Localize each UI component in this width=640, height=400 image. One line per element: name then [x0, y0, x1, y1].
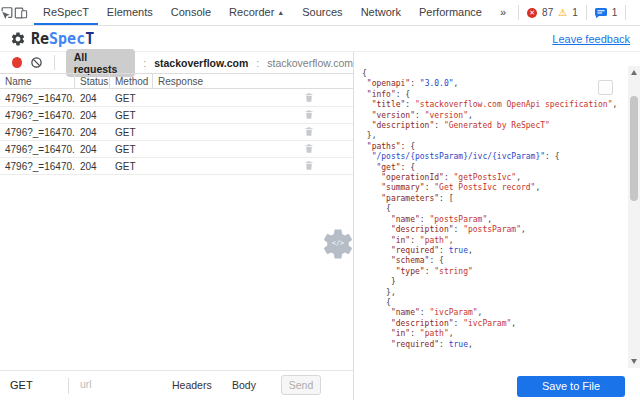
save-to-file-button[interactable]: Save to File	[517, 376, 625, 397]
cell-status: 204	[75, 127, 110, 138]
code-line: {	[362, 298, 626, 308]
column-name[interactable]: Name	[0, 74, 75, 89]
code-line: "description": "Generated by ReSpecT"	[362, 121, 626, 131]
app-title: ReSpecT	[31, 30, 94, 48]
scroll-down-icon[interactable]	[631, 359, 637, 364]
issues-count: 1	[612, 7, 618, 18]
checkbox[interactable]	[598, 80, 613, 95]
cell-status: 204	[75, 110, 110, 121]
warning-badge-icon[interactable]: ⚠	[558, 8, 567, 18]
settings-gear-icon[interactable]	[634, 0, 640, 25]
error-count: 87	[542, 7, 553, 18]
delete-request-button[interactable]	[304, 126, 314, 137]
column-response[interactable]: Response	[153, 74, 353, 89]
divider	[625, 5, 626, 20]
cell-method: GET	[110, 110, 153, 121]
tab-label: ReSpecT	[43, 0, 89, 25]
openapi-spec-panel: { "openapi": "3.0.0", "info": { "title":…	[353, 52, 640, 400]
issues-icon[interactable]	[595, 8, 607, 18]
capture-toolbar: All requests : stackoverflow.com : stack…	[0, 52, 353, 73]
delete-request-button[interactable]	[304, 109, 314, 120]
tab-more[interactable]: »	[491, 0, 515, 25]
cell-method: GET	[110, 161, 153, 172]
record-button[interactable]	[12, 57, 22, 68]
devtools-tabbar: ReSpecTElementsConsoleRecorder▲SourcesNe…	[0, 0, 640, 26]
leave-feedback-link[interactable]: Leave feedback	[552, 33, 630, 45]
code-line: "paths": {	[362, 142, 626, 152]
code-line: "parameters": [	[362, 194, 626, 204]
cell-method: GET	[110, 144, 153, 155]
code-line: "/posts/{postsParam}/ivc/{ivcParam}": {	[362, 152, 626, 162]
gear-logo-icon	[10, 31, 26, 47]
code-line: "version": "version",	[362, 111, 626, 121]
code-line: "summary": "Get PostsIvc record",	[362, 183, 626, 193]
code-line: },	[362, 288, 626, 298]
send-button[interactable]: Send	[281, 375, 321, 395]
table-row[interactable]: 4796?_=16470...204GET	[0, 158, 353, 175]
delete-request-button[interactable]	[304, 143, 314, 154]
scrollbar[interactable]	[628, 66, 640, 368]
request-table-header: Name Status Method Response	[0, 73, 353, 89]
code-line: },	[362, 131, 626, 141]
scrollbar-thumb[interactable]	[630, 96, 638, 201]
code-line: "required": true,	[362, 246, 626, 256]
cell-name: 4796?_=16470...	[0, 127, 75, 138]
code-line: "in": "path",	[362, 329, 626, 339]
tab-label: Sources	[302, 0, 342, 25]
table-row[interactable]: 4796?_=16470...204GET	[0, 107, 353, 124]
request-rows: 4796?_=16470...204GET4796?_=16470...204G…	[0, 90, 353, 175]
panel-resize-gear-code-icon[interactable]: </>	[320, 226, 356, 262]
headers-tab[interactable]: Headers	[172, 379, 212, 391]
inspect-element-icon[interactable]	[0, 0, 14, 25]
cell-name: 4796?_=16470...	[0, 144, 75, 155]
url-input[interactable]	[78, 377, 162, 391]
cell-method: GET	[110, 93, 153, 104]
filter-domain-primary[interactable]: stackoverflow.com	[154, 57, 248, 69]
tab-console[interactable]: Console	[162, 0, 220, 25]
warning-icon: ▲	[277, 0, 284, 25]
code-line: "name": "ivcParam",	[362, 308, 626, 318]
code-line: "title": "stackoverflow.com OpenApi spec…	[362, 100, 626, 110]
filter-domain-secondary[interactable]: stackoverflow.com	[267, 57, 353, 69]
code-glyph: </>	[320, 239, 356, 247]
table-row[interactable]: 4796?_=16470...204GET	[0, 124, 353, 141]
cell-method: GET	[110, 127, 153, 138]
tab-sources[interactable]: Sources	[293, 0, 351, 25]
code-line: "required": true,	[362, 340, 626, 350]
code-line: {	[362, 204, 626, 214]
tab-network[interactable]: Network	[352, 0, 410, 25]
cell-name: 4796?_=16470...	[0, 161, 75, 172]
tab-recorder[interactable]: Recorder▲	[220, 0, 293, 25]
code-line: "schema": {	[362, 256, 626, 266]
table-row[interactable]: 4796?_=16470...204GET	[0, 141, 353, 158]
code-line: "description": "ivcParam",	[362, 319, 626, 329]
json-code[interactable]: { "openapi": "3.0.0", "info": { "title":…	[354, 52, 628, 350]
code-line: "info": {	[362, 90, 626, 100]
method-select[interactable]: GET	[10, 379, 33, 391]
code-line: "in": "path",	[362, 236, 626, 246]
tab-label: Network	[361, 0, 401, 25]
code-line: "type": "string"	[362, 267, 626, 277]
error-badge-icon[interactable]: ✕	[527, 8, 537, 18]
divider	[518, 5, 519, 20]
manual-request-bar: GET Headers Body Send	[0, 370, 353, 400]
body-tab[interactable]: Body	[232, 379, 256, 391]
tab-performance[interactable]: Performance	[410, 0, 491, 25]
divider	[54, 55, 55, 70]
clear-icon[interactable]	[30, 56, 43, 69]
column-status[interactable]: Status	[75, 74, 110, 89]
device-toolbar-icon[interactable]	[14, 0, 28, 25]
divider	[586, 5, 587, 20]
tab-respect[interactable]: ReSpecT	[34, 0, 98, 25]
delete-request-button[interactable]	[304, 160, 314, 171]
cell-status: 204	[75, 93, 110, 104]
scroll-up-icon[interactable]	[631, 70, 637, 75]
delete-request-button[interactable]	[304, 92, 314, 103]
code-line: "description": "postsParam",	[362, 225, 626, 235]
table-row[interactable]: 4796?_=16470...204GET	[0, 90, 353, 107]
tab-elements[interactable]: Elements	[98, 0, 162, 25]
warning-count: 1	[572, 7, 578, 18]
divider	[68, 378, 69, 394]
code-line: {	[362, 69, 626, 79]
column-method[interactable]: Method	[110, 74, 153, 89]
